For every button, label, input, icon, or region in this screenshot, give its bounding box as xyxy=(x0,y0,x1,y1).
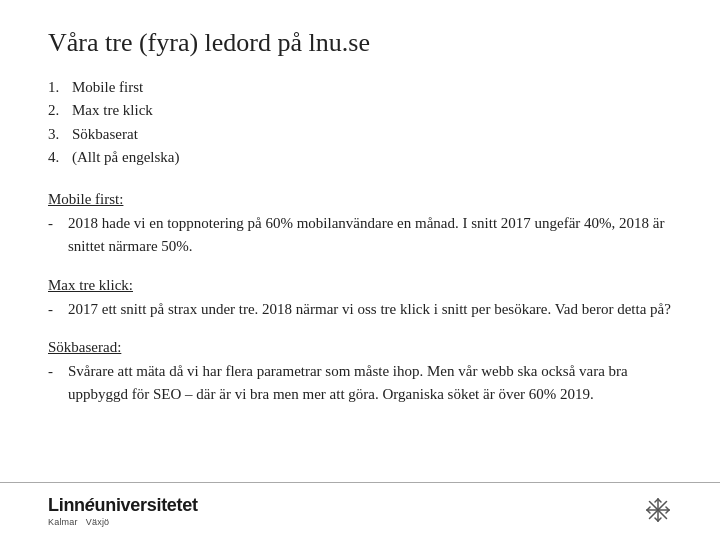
section-title: Sökbaserad: xyxy=(48,339,672,356)
dash-icon: - xyxy=(48,212,60,259)
bullet-text: 2018 hade vi en toppnotering på 60% mobi… xyxy=(68,212,672,259)
section-mobile-first: Mobile first: - 2018 hade vi en toppnote… xyxy=(48,191,672,259)
section-title: Mobile first: xyxy=(48,191,672,208)
list-text: Max tre klick xyxy=(72,99,153,122)
bullet-row: - 2018 hade vi en toppnotering på 60% mo… xyxy=(48,212,672,259)
list-item: 1. Mobile first xyxy=(48,76,672,99)
bullet-row: - Svårare att mäta då vi har flera param… xyxy=(48,360,672,407)
list-num: 2. xyxy=(48,99,66,122)
section-sokbaserad: Sökbaserad: - Svårare att mäta då vi har… xyxy=(48,339,672,407)
footer-logo: Linnéuniversitetet Kalmar Växjö xyxy=(48,495,198,527)
dash-icon: - xyxy=(48,298,60,321)
list-item: 3. Sökbaserat xyxy=(48,123,672,146)
section-max-tre-klick: Max tre klick: - 2017 ett snitt på strax… xyxy=(48,277,672,321)
bullet-row: - 2017 ett snitt på strax under tre. 201… xyxy=(48,298,672,321)
logo-name: Linnéuniversitetet xyxy=(48,495,198,517)
list-num: 3. xyxy=(48,123,66,146)
bullet-text: 2017 ett snitt på strax under tre. 2018 … xyxy=(68,298,672,321)
list-text: Sökbaserat xyxy=(72,123,138,146)
list-item: 4. (Allt på engelska) xyxy=(48,146,672,169)
list-text: Mobile first xyxy=(72,76,143,99)
numbered-list: 1. Mobile first 2. Max tre klick 3. Sökb… xyxy=(48,76,672,169)
section-title: Max tre klick: xyxy=(48,277,672,294)
page-title: Våra tre (fyra) ledord på lnu.se xyxy=(48,28,672,58)
logo-sub: Kalmar Växjö xyxy=(48,517,198,528)
footer: Linnéuniversitetet Kalmar Växjö xyxy=(0,482,720,540)
list-num: 4. xyxy=(48,146,66,169)
dash-icon: - xyxy=(48,360,60,407)
footer-icon xyxy=(644,496,672,528)
list-item: 2. Max tre klick xyxy=(48,99,672,122)
bullet-text: Svårare att mäta då vi har flera paramet… xyxy=(68,360,672,407)
list-text: (Allt på engelska) xyxy=(72,146,179,169)
list-num: 1. xyxy=(48,76,66,99)
